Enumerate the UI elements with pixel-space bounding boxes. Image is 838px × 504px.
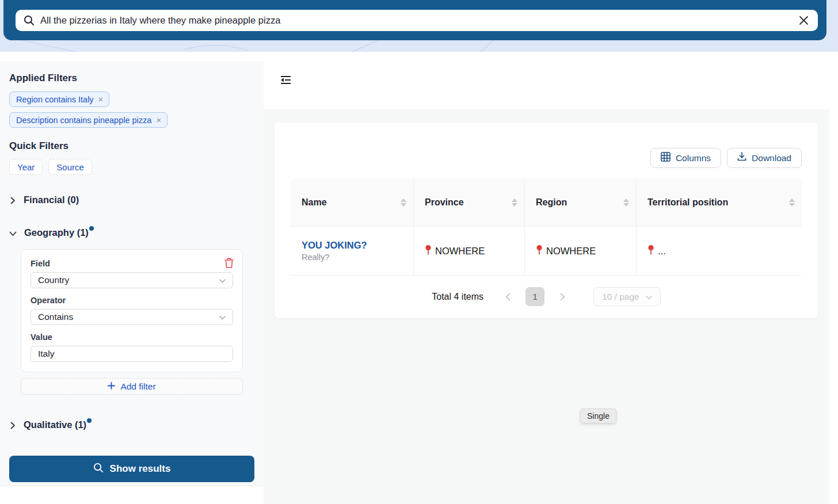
cell-region: NOWHERE xyxy=(525,227,637,275)
delete-filter-icon[interactable] xyxy=(224,258,234,270)
cell-province: NOWHERE xyxy=(414,227,525,275)
columns-button-label: Columns xyxy=(676,153,711,163)
pagination-total: Total 4 items xyxy=(432,292,483,302)
download-icon xyxy=(737,152,746,164)
add-filter-label: Add filter xyxy=(120,381,155,392)
filter-form-card: Field Country Operator Contains Value xyxy=(21,249,243,372)
column-header-province[interactable]: Province xyxy=(414,178,525,226)
search-header xyxy=(3,0,826,40)
add-filter-button[interactable]: Add filter xyxy=(21,378,243,395)
clear-search-icon[interactable] xyxy=(797,13,810,27)
remove-filter-icon[interactable]: × xyxy=(156,116,161,124)
sort-icon[interactable] xyxy=(401,198,406,207)
page-number-button[interactable]: 1 xyxy=(525,287,544,306)
field-select-value: Country xyxy=(38,275,69,285)
chevron-down-icon xyxy=(646,292,652,302)
quick-filter-source-button[interactable]: Source xyxy=(48,159,92,175)
app-root: Applied Filters Region contains Italy × … xyxy=(0,0,838,504)
results-table: Name Province Region Territorial po xyxy=(291,178,802,276)
section-geography[interactable]: Geography (1) xyxy=(9,227,254,239)
chevron-right-icon xyxy=(9,421,16,432)
active-filter-dot xyxy=(89,226,94,231)
applied-filters-list: Region contains Italy × Description cont… xyxy=(9,91,254,128)
quick-filters-row: Year Source xyxy=(9,159,254,175)
search-icon xyxy=(93,463,104,476)
field-select[interactable]: Country xyxy=(31,272,233,288)
section-label: Geography (1) xyxy=(24,227,94,238)
show-results-button[interactable]: Show results xyxy=(9,456,254,482)
results-area: Columns Download Name Province xyxy=(264,109,829,504)
pin-icon xyxy=(425,245,432,257)
remove-filter-icon[interactable]: × xyxy=(98,95,104,104)
sort-icon[interactable] xyxy=(512,198,517,207)
pagination: Total 4 items 1 10 / page xyxy=(291,276,802,318)
section-financial[interactable]: Financial (0) xyxy=(9,194,254,207)
pin-icon xyxy=(647,245,654,257)
value-label: Value xyxy=(31,333,233,342)
columns-button[interactable]: Columns xyxy=(650,148,721,168)
quick-filters-title: Quick Filters xyxy=(9,140,254,152)
field-label: Field xyxy=(31,259,233,268)
sort-icon[interactable] xyxy=(623,198,629,207)
row-subtitle: Really? xyxy=(302,253,329,262)
column-header-region[interactable]: Region xyxy=(525,178,637,226)
search-bar[interactable] xyxy=(16,10,818,31)
chevron-down-icon xyxy=(219,275,226,285)
operator-select[interactable]: Contains xyxy=(31,309,233,325)
row-name-link[interactable]: YOU JOKING? xyxy=(302,240,367,251)
section-label: Financial (0) xyxy=(24,194,79,205)
download-button-label: Download xyxy=(752,153,791,163)
quick-filter-year-button[interactable]: Year xyxy=(9,159,43,175)
active-filter-dot xyxy=(87,418,92,423)
single-tooltip-badge: Single xyxy=(580,408,616,423)
section-label: Qualitative (1) xyxy=(24,419,92,430)
plus-icon xyxy=(108,381,115,392)
sort-icon[interactable] xyxy=(789,198,795,207)
cell-territorial-position: ... xyxy=(637,227,802,275)
filter-chip[interactable]: Region contains Italy × xyxy=(9,91,109,107)
table-toolbar: Columns Download xyxy=(291,148,802,168)
applied-filters-title: Applied Filters xyxy=(9,72,254,84)
table-grid-icon xyxy=(661,152,671,164)
column-header-territorial-position[interactable]: Territorial position xyxy=(637,178,802,226)
chevron-down-icon xyxy=(219,312,226,322)
main-toolbar-strip xyxy=(264,52,829,109)
column-header-name[interactable]: Name xyxy=(291,178,414,226)
chevron-down-icon xyxy=(9,229,17,239)
table-header-row: Name Province Region Territorial po xyxy=(291,178,802,227)
filters-sidebar: Applied Filters Region contains Italy × … xyxy=(0,61,264,486)
pin-icon xyxy=(536,245,543,257)
operator-select-value: Contains xyxy=(38,312,73,322)
main-content: Columns Download Name Province xyxy=(264,52,829,504)
section-qualitative[interactable]: Qualitative (1) xyxy=(9,419,254,432)
collapse-sidebar-icon[interactable] xyxy=(280,75,291,86)
search-icon xyxy=(24,15,35,26)
page-size-value: 10 / page xyxy=(602,292,639,302)
cell-name: YOU JOKING? Really? xyxy=(291,227,414,275)
operator-label: Operator xyxy=(31,296,233,305)
page-size-select[interactable]: 10 / page xyxy=(593,287,661,306)
next-page-icon[interactable] xyxy=(553,288,572,306)
filter-chip[interactable]: Description contains pineapple pizza × xyxy=(9,112,167,128)
filter-chip-label: Description contains pineapple pizza xyxy=(16,116,151,125)
show-results-label: Show results xyxy=(110,463,171,475)
value-input[interactable] xyxy=(31,346,233,362)
chevron-right-icon xyxy=(9,196,16,207)
table-row: YOU JOKING? Really? NOWHERE NOWHERE xyxy=(291,227,802,276)
prev-page-icon[interactable] xyxy=(498,288,517,306)
download-button[interactable]: Download xyxy=(727,148,802,168)
filter-chip-label: Region contains Italy xyxy=(16,95,94,104)
search-input[interactable] xyxy=(40,15,791,26)
results-card: Columns Download Name Province xyxy=(275,123,818,318)
